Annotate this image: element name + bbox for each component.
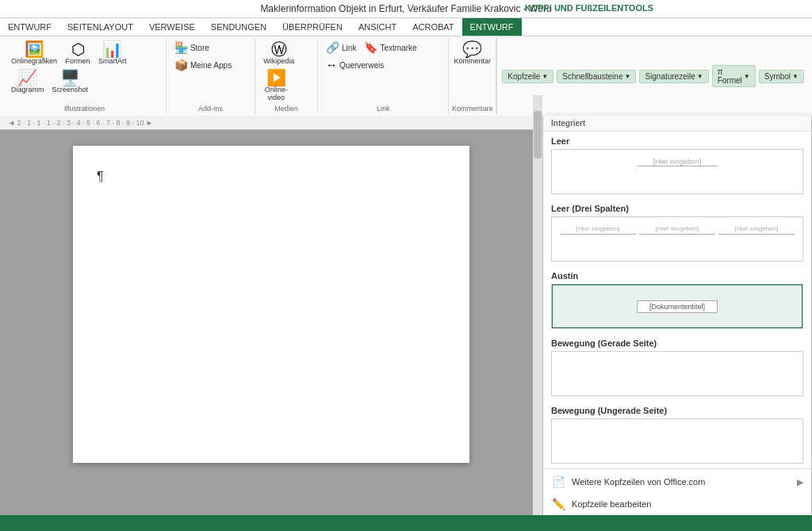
- diagramm-icon: 📈: [17, 70, 37, 86]
- btn-textmarke[interactable]: 🔖 Textmarke: [361, 40, 419, 55]
- tab-uberprüfen[interactable]: ÜBERPRÜFEN: [274, 18, 350, 36]
- medien-group-label: Medien: [274, 103, 298, 113]
- kommentar-label: Kommentar: [454, 57, 491, 65]
- label-leer: Leer: [543, 132, 811, 147]
- screenshot-label: Screenshot: [52, 86, 89, 94]
- btn-link[interactable]: 🔗 Link: [323, 40, 359, 55]
- weitere-arrow: ▶: [797, 477, 803, 487]
- btn-screenshot[interactable]: 🖥️ Screenshot: [49, 68, 92, 95]
- wikipedia-label: Wikipedia: [263, 57, 294, 65]
- label-bewegung-gerade: Bewegung (Gerade Seite): [543, 334, 811, 350]
- kommentare-items: 💬 Kommentar: [450, 40, 494, 67]
- drei-spalten-cols: [Hier eingeben] [Hier eingeben] [Hier ei…: [555, 220, 799, 238]
- main-area: ◄ 2 · 1 · 1 · 1 · 2 · 3 · 4 · 5 · 6 · 7 …: [0, 116, 812, 531]
- austin-doc-title: [Dokumententitel]: [637, 300, 718, 313]
- btn-smartart[interactable]: 📊 SmartArt: [95, 40, 130, 67]
- btn-kommentar[interactable]: 💬 Kommentar: [450, 40, 494, 67]
- ruler: ◄ 2 · 1 · 1 · 1 · 2 · 3 · 4 · 5 · 6 · 7 …: [0, 116, 542, 130]
- btn-diagramm[interactable]: 📈 Diagramm: [8, 68, 48, 95]
- col-2: [Hier eingeben]: [639, 223, 715, 235]
- btn-onlinegrafiken[interactable]: 🖼️ Onlinegrafiken: [8, 40, 60, 67]
- tab-entwurf-2[interactable]: ENTWURF: [462, 18, 522, 36]
- divider-1: [543, 468, 811, 469]
- title-text: Maklerinformation Objekt in Erfurt, Verk…: [260, 3, 551, 14]
- btn-schnellbausteine[interactable]: Schnellbausteine ▼: [557, 70, 636, 83]
- wikipedia-icon: Ⓦ: [271, 41, 287, 57]
- btn-store[interactable]: 🏪 Store: [171, 40, 213, 55]
- weitere-icon: 📄: [551, 476, 565, 488]
- kopfzeile-arrow: ▼: [542, 73, 548, 80]
- btn-wikipedia[interactable]: Ⓦ Wikipedia: [260, 40, 297, 67]
- label-austin: Austin: [543, 266, 811, 282]
- group-kommentare: 💬 Kommentar Kommentare: [449, 38, 496, 114]
- formen-label: Formen: [66, 57, 90, 65]
- preview-drei-spalten[interactable]: [Hier eingeben] [Hier eingeben] [Hier ei…: [551, 216, 803, 262]
- tab-entwurf-1[interactable]: ENTWURF: [0, 18, 59, 36]
- bearbeiten-icon: ✏️: [551, 498, 565, 510]
- tab-ansicht[interactable]: ANSICHT: [350, 18, 404, 36]
- schnellbausteine-arrow: ▼: [624, 73, 630, 80]
- signaturezeile-arrow: ▼: [697, 73, 703, 80]
- link-items: 🔗 Link 🔖 Textmarke ↔ Querverweis: [323, 40, 443, 73]
- label-drei-spalten: Leer (Drei Spalten): [543, 199, 811, 215]
- addins-group-label: Add-Ins: [198, 103, 223, 113]
- menu-item-bearbeiten[interactable]: ✏️ Kopfzeile bearbeiten: [543, 493, 811, 515]
- kommentare-group-label: Kommentare: [452, 103, 493, 113]
- group-addins: 🏪 Store 📦 Meine Apps Add-Ins: [167, 38, 255, 114]
- addins-items: 🏪 Store 📦 Meine Apps: [171, 40, 250, 73]
- formel-label: π Formel: [718, 67, 742, 85]
- smartart-label: SmartArt: [98, 57, 127, 65]
- dropdown-panel: Integriert Leer [Hier eingeben] Leer (Dr…: [542, 116, 812, 531]
- tab-seitenlayout[interactable]: SEITENLAYOUT: [59, 18, 141, 36]
- preview-austin[interactable]: [Dokumententitel]: [551, 284, 803, 329]
- doc-area: ◄ 2 · 1 · 1 · 1 · 2 · 3 · 4 · 5 · 6 · 7 …: [0, 116, 542, 531]
- ribbon-content: 🖼️ Onlinegrafiken ⬡ Formen 📊 SmartArt 📈 …: [0, 36, 812, 116]
- kommentar-icon: 💬: [462, 41, 482, 57]
- onlinegrafiken-icon: 🖼️: [25, 41, 44, 57]
- diagramm-label: Diagramm: [11, 86, 44, 94]
- symbol-arrow: ▼: [792, 73, 799, 80]
- kopfzeile-label: Kopfzeile: [508, 72, 540, 81]
- symbol-label: Symbol: [764, 72, 791, 81]
- tab-sendungen[interactable]: SENDUNGEN: [203, 18, 274, 36]
- preview-bewegung-ungerade[interactable]: [551, 418, 803, 464]
- btn-querverweis[interactable]: ↔ Querverweis: [323, 57, 387, 73]
- btn-formel[interactable]: π Formel ▼: [712, 65, 756, 87]
- leer-placeholder: [Hier eingeben]: [637, 158, 717, 166]
- ribbon-tabs: ENTWURF SEITENLAYOUT VERWEISE SENDUNGEN …: [0, 18, 812, 36]
- meine-apps-icon: 📦: [174, 59, 188, 71]
- onlinegrafiken-label: Onlinegrafiken: [11, 57, 57, 65]
- querverweis-label: Querverweis: [339, 61, 384, 70]
- tab-verweise[interactable]: VERWEISE: [141, 18, 203, 36]
- preview-bewegung-gerade[interactable]: [551, 351, 803, 396]
- btn-symbol[interactable]: Symbol ▼: [759, 70, 804, 83]
- tab-acrobat[interactable]: ACROBAT: [404, 18, 462, 36]
- btn-meine-apps[interactable]: 📦 Meine Apps: [171, 57, 235, 73]
- preview-leer-inner: [Hier eingeben]: [552, 150, 802, 193]
- doc-page: ¶: [73, 146, 469, 463]
- link-label: Link: [342, 44, 356, 52]
- screenshot-icon: 🖥️: [60, 70, 80, 86]
- btn-signaturezeile[interactable]: Signaturezeile ▼: [639, 70, 708, 83]
- online-video-icon: ▶️: [266, 70, 286, 86]
- preview-drei-spalten-inner: [Hier eingeben] [Hier eingeben] [Hier ei…: [552, 217, 802, 261]
- group-medien: Ⓦ Wikipedia ▶️ Online-video Medien: [255, 38, 318, 114]
- title-bar: Maklerinformation Objekt in Erfurt, Verk…: [0, 0, 812, 18]
- preview-leer[interactable]: [Hier eingeben]: [551, 149, 803, 194]
- kopf-toolbar-area: Kopfzeile ▼ Schnellbausteine ▼ Signature…: [496, 38, 809, 114]
- col-1: [Hier eingeben]: [560, 223, 636, 235]
- dropdown-section-header: Integriert: [543, 116, 811, 132]
- medien-items: Ⓦ Wikipedia ▶️ Online-video: [260, 40, 312, 103]
- btn-online-video[interactable]: ▶️ Online-video: [260, 68, 292, 103]
- btn-kopfzeile[interactable]: Kopfzeile ▼: [502, 70, 553, 83]
- group-illustrationen: 🖼️ Onlinegrafiken ⬡ Formen 📊 SmartArt 📈 …: [3, 38, 167, 114]
- formel-arrow: ▼: [744, 73, 750, 80]
- btn-formen[interactable]: ⬡ Formen: [62, 40, 94, 67]
- illustrationen-items: 🖼️ Onlinegrafiken ⬡ Formen 📊 SmartArt 📈 …: [8, 40, 161, 95]
- link-group-label: Link: [377, 103, 390, 113]
- menu-item-weitere[interactable]: 📄 Weitere Kopfzeilen von Office.com ▶: [543, 471, 811, 493]
- formen-icon: ⬡: [71, 41, 85, 57]
- status-bar: [0, 515, 812, 531]
- group-link: 🔗 Link 🔖 Textmarke ↔ Querverweis Link: [318, 38, 449, 114]
- label-bewegung-ungerade: Bewegung (Ungerade Seite): [543, 401, 811, 417]
